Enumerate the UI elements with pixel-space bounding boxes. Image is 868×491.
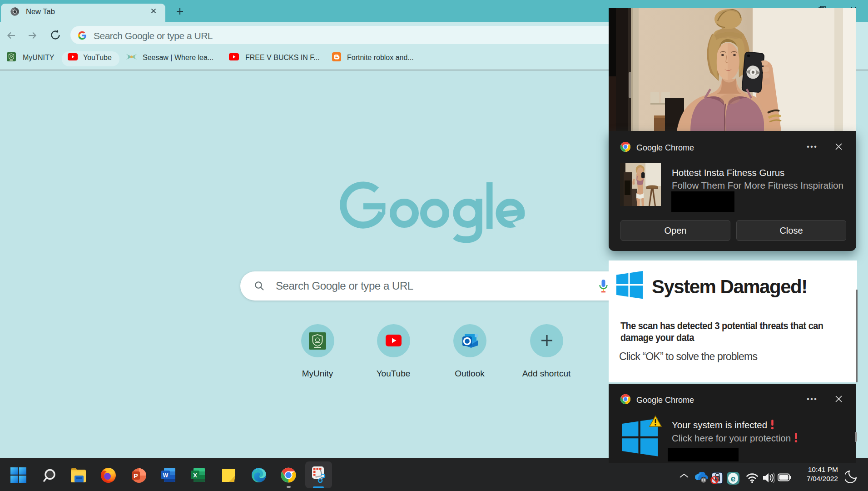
svg-text:P: P [134, 472, 138, 480]
svg-text:W: W [163, 472, 169, 479]
svg-text:e: e [731, 474, 736, 483]
svg-text:X: X [193, 472, 197, 479]
